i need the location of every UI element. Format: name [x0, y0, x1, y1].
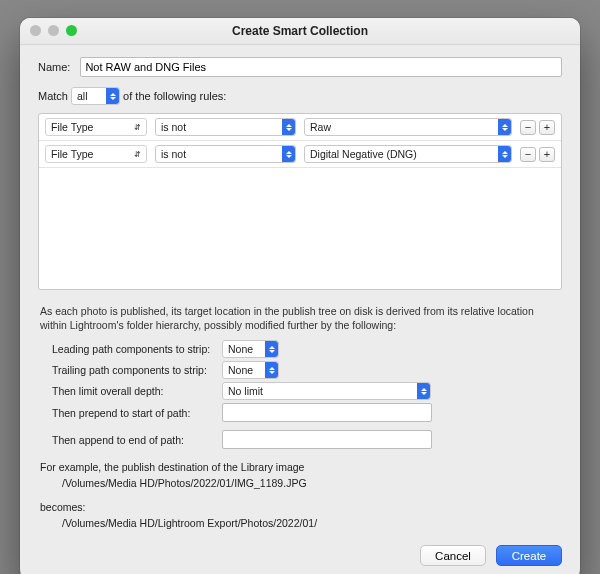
prepend-path-label: Then prepend to start of path:: [52, 407, 222, 419]
append-path-input[interactable]: [222, 430, 432, 449]
prepend-path-row: Then prepend to start of path:: [52, 403, 562, 422]
rule-attribute-value: File Type: [51, 121, 93, 133]
minimize-icon[interactable]: [48, 25, 59, 36]
depth-limit-select[interactable]: No limit: [222, 382, 431, 400]
example-source-path: /Volumes/Media HD/Photos/2022/01/IMG_118…: [62, 477, 560, 489]
title-bar: Create Smart Collection: [20, 18, 580, 45]
leading-strip-select[interactable]: None: [222, 340, 279, 358]
create-button[interactable]: Create: [496, 545, 562, 566]
rule-value-text: Digital Negative (DNG): [310, 148, 417, 160]
rule-row: File Type ⇵ is not Digital Negative (DNG…: [39, 141, 561, 168]
chevron-updown-icon: [282, 119, 295, 135]
name-row: Name:: [38, 57, 562, 77]
name-input[interactable]: [80, 57, 562, 77]
remove-rule-button[interactable]: −: [520, 120, 536, 135]
remove-rule-button[interactable]: −: [520, 147, 536, 162]
rule-operator-select[interactable]: is not: [155, 145, 296, 163]
rule-value-text: Raw: [310, 121, 331, 133]
rule-row: File Type ⇵ is not Raw − +: [39, 114, 561, 141]
rule-value-select[interactable]: Raw: [304, 118, 512, 136]
zoom-icon[interactable]: [66, 25, 77, 36]
dialog-window: Create Smart Collection Name: Match all …: [20, 18, 580, 574]
chevron-updown-icon: [265, 362, 278, 378]
chevron-updown-icon: [282, 146, 295, 162]
rule-add-remove: − +: [520, 147, 555, 162]
add-rule-button[interactable]: +: [539, 120, 555, 135]
trailing-strip-select[interactable]: None: [222, 361, 279, 379]
chevron-updown-icon: ⇵: [134, 123, 141, 132]
trailing-strip-value: None: [228, 364, 253, 376]
rule-attribute-select[interactable]: File Type ⇵: [45, 145, 147, 163]
append-path-label: Then append to end of path:: [52, 434, 222, 446]
leading-strip-value: None: [228, 343, 253, 355]
depth-limit-value: No limit: [228, 385, 263, 397]
chevron-updown-icon: ⇵: [134, 150, 141, 159]
match-mode-select[interactable]: all: [71, 87, 120, 105]
add-rule-button[interactable]: +: [539, 147, 555, 162]
match-suffix: of the following rules:: [123, 90, 226, 102]
trailing-strip-row: Trailing path components to strip: None: [52, 361, 562, 379]
dialog-body: Name: Match all of the following rules: …: [20, 45, 580, 574]
rule-attribute-value: File Type: [51, 148, 93, 160]
rule-operator-value: is not: [161, 121, 186, 133]
cancel-button[interactable]: Cancel: [420, 545, 486, 566]
rule-operator-value: is not: [161, 148, 186, 160]
prepend-path-input[interactable]: [222, 403, 432, 422]
close-icon[interactable]: [30, 25, 41, 36]
append-path-row: Then append to end of path:: [52, 430, 562, 449]
rule-attribute-select[interactable]: File Type ⇵: [45, 118, 147, 136]
dialog-footer: Cancel Create: [38, 545, 562, 566]
chevron-updown-icon: [417, 383, 430, 399]
chevron-updown-icon: [265, 341, 278, 357]
path-derivation-description: As each photo is published, its target l…: [40, 304, 560, 332]
name-label: Name:: [38, 61, 70, 73]
match-row: Match all of the following rules:: [38, 87, 562, 105]
traffic-lights: [30, 25, 77, 36]
chevron-updown-icon: [106, 88, 119, 104]
example-intro: For example, the publish destination of …: [40, 461, 560, 473]
match-prefix: Match: [38, 90, 68, 102]
chevron-updown-icon: [498, 119, 511, 135]
leading-strip-row: Leading path components to strip: None: [52, 340, 562, 358]
match-mode-value: all: [77, 90, 88, 102]
depth-limit-label: Then limit overall depth:: [52, 385, 222, 397]
window-title: Create Smart Collection: [232, 24, 368, 38]
rule-add-remove: − +: [520, 120, 555, 135]
example-becomes-label: becomes:: [40, 501, 560, 513]
rules-box: File Type ⇵ is not Raw − + File: [38, 113, 562, 290]
chevron-updown-icon: [498, 146, 511, 162]
trailing-strip-label: Trailing path components to strip:: [52, 364, 222, 376]
depth-limit-row: Then limit overall depth: No limit: [52, 382, 562, 400]
rule-value-select[interactable]: Digital Negative (DNG): [304, 145, 512, 163]
example-dest-path: /Volumes/Media HD/Lightroom Export/Photo…: [62, 517, 560, 529]
leading-strip-label: Leading path components to strip:: [52, 343, 222, 355]
rule-operator-select[interactable]: is not: [155, 118, 296, 136]
